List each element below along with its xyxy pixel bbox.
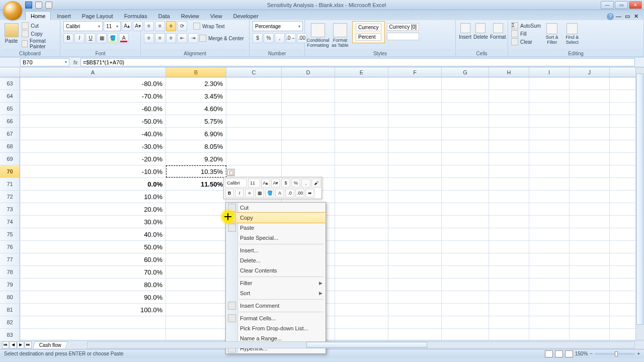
cell-F72[interactable] — [388, 191, 442, 203]
increase-indent-button[interactable]: ⇥ — [188, 33, 198, 43]
cell-A63[interactable]: -80.0% — [20, 77, 166, 89]
mini-percent[interactable]: % — [291, 178, 300, 188]
row-header-83[interactable]: 83 — [0, 329, 20, 341]
cell-C63[interactable] — [226, 77, 282, 89]
row-header-73[interactable]: 73 — [0, 203, 20, 215]
cell-G75[interactable] — [442, 228, 489, 240]
mdi-minimize-icon[interactable]: — — [616, 13, 623, 20]
cell-B80[interactable] — [166, 291, 226, 303]
cell-J77[interactable] — [570, 253, 610, 265]
cell-I73[interactable] — [529, 203, 570, 215]
cell-G80[interactable] — [442, 291, 489, 303]
cell-E65[interactable] — [335, 103, 388, 115]
paste-button[interactable]: Paste — [3, 21, 20, 44]
cell-G64[interactable] — [442, 90, 489, 102]
menu-item-paste-special[interactable]: Paste Special... — [226, 233, 326, 243]
cell-E83[interactable] — [335, 329, 388, 341]
cell-B74[interactable] — [166, 216, 226, 228]
cell-E68[interactable] — [335, 140, 388, 152]
cell-E75[interactable] — [335, 228, 388, 240]
cut-button[interactable]: Cut — [22, 22, 57, 29]
cell-G74[interactable] — [442, 216, 489, 228]
cell-C65[interactable] — [226, 103, 282, 115]
cell-E70[interactable] — [335, 165, 388, 177]
cell-I82[interactable] — [529, 316, 570, 328]
cell-E66[interactable] — [335, 115, 388, 127]
tab-insert[interactable]: Insert — [52, 12, 76, 20]
column-header-D[interactable]: D — [282, 67, 335, 77]
column-header-C[interactable]: C — [226, 67, 282, 77]
row-header-75[interactable]: 75 — [0, 228, 20, 240]
cell-E71[interactable] — [335, 178, 388, 190]
cell-E69[interactable] — [335, 153, 388, 165]
cell-G69[interactable] — [442, 153, 489, 165]
cell-E64[interactable] — [335, 90, 388, 102]
cell-F79[interactable] — [388, 279, 442, 291]
cell-F75[interactable] — [388, 228, 442, 240]
select-all-corner[interactable] — [0, 67, 20, 77]
font-size-combo[interactable]: 11▾ — [104, 21, 121, 31]
cell-G63[interactable] — [442, 77, 489, 89]
paste-options-icon[interactable]: 📋 — [227, 169, 234, 176]
sheet-tab-cash-flow[interactable]: Cash flow — [33, 341, 68, 348]
cell-A77[interactable]: 60.0% — [20, 253, 166, 265]
column-header-G[interactable]: G — [442, 67, 489, 77]
cell-H67[interactable] — [489, 128, 529, 140]
bold-button[interactable]: B — [63, 33, 73, 43]
tab-home[interactable]: Home — [25, 11, 51, 20]
cell-B65[interactable]: 4.60% — [166, 103, 226, 115]
cell-I69[interactable] — [529, 153, 570, 165]
cell-A82[interactable] — [20, 316, 166, 328]
cell-F78[interactable] — [388, 266, 442, 278]
align-left-button[interactable]: ≡ — [144, 33, 154, 43]
cell-I78[interactable] — [529, 266, 570, 278]
cell-E67[interactable] — [335, 128, 388, 140]
cell-A81[interactable]: 100.0% — [20, 304, 166, 316]
cell-D68[interactable] — [282, 140, 335, 152]
cell-B64[interactable]: 3.45% — [166, 90, 226, 102]
cell-I83[interactable] — [529, 329, 570, 341]
cell-J74[interactable] — [570, 216, 610, 228]
cell-E81[interactable] — [335, 304, 388, 316]
column-header-J[interactable]: J — [570, 67, 610, 77]
row-header-67[interactable]: 67 — [0, 128, 20, 140]
zoom-in-button[interactable]: + — [637, 351, 640, 356]
cell-F83[interactable] — [388, 329, 442, 341]
cell-H71[interactable] — [489, 178, 529, 190]
cell-I71[interactable] — [529, 178, 570, 190]
cell-C69[interactable] — [226, 153, 282, 165]
zoom-slider[interactable] — [595, 353, 635, 355]
menu-item-insert[interactable]: Insert... — [226, 245, 326, 255]
align-right-button[interactable]: ≡ — [166, 33, 176, 43]
menu-item-paste[interactable]: Paste — [226, 223, 326, 233]
cell-E82[interactable] — [335, 316, 388, 328]
mdi-close-icon[interactable]: ✕ — [634, 13, 641, 20]
align-bottom-button[interactable]: ≡ — [166, 21, 176, 31]
cell-G65[interactable] — [442, 103, 489, 115]
cell-D64[interactable] — [282, 90, 335, 102]
cell-H81[interactable] — [489, 304, 529, 316]
sort-filter-button[interactable]: Sort & Filter — [543, 21, 561, 45]
cell-I81[interactable] — [529, 304, 570, 316]
cell-G79[interactable] — [442, 279, 489, 291]
cell-I65[interactable] — [529, 103, 570, 115]
mini-center[interactable]: ≡ — [245, 189, 254, 198]
cell-I72[interactable] — [529, 191, 570, 203]
row-header-64[interactable]: 64 — [0, 90, 20, 102]
cell-G72[interactable] — [442, 191, 489, 203]
mini-inc-decimal[interactable]: .0 — [285, 189, 294, 198]
close-button[interactable]: ✕ — [629, 1, 642, 9]
zoom-thumb[interactable] — [615, 351, 618, 356]
accounting-format-button[interactable]: $ — [253, 33, 263, 43]
row-header-68[interactable]: 68 — [0, 140, 20, 152]
cell-A74[interactable]: 30.0% — [20, 216, 166, 228]
align-middle-button[interactable]: ≡ — [155, 21, 165, 31]
cell-J83[interactable] — [570, 329, 610, 341]
mini-fill-color[interactable]: 🪣 — [265, 189, 274, 198]
cell-H76[interactable] — [489, 241, 529, 253]
cell-G73[interactable] — [442, 203, 489, 215]
cell-C66[interactable] — [226, 115, 282, 127]
mini-grow-font[interactable]: A▴ — [261, 178, 270, 188]
menu-item-clear-contents[interactable]: Clear Contents — [226, 265, 326, 276]
fill-button[interactable]: Fill — [511, 30, 541, 37]
